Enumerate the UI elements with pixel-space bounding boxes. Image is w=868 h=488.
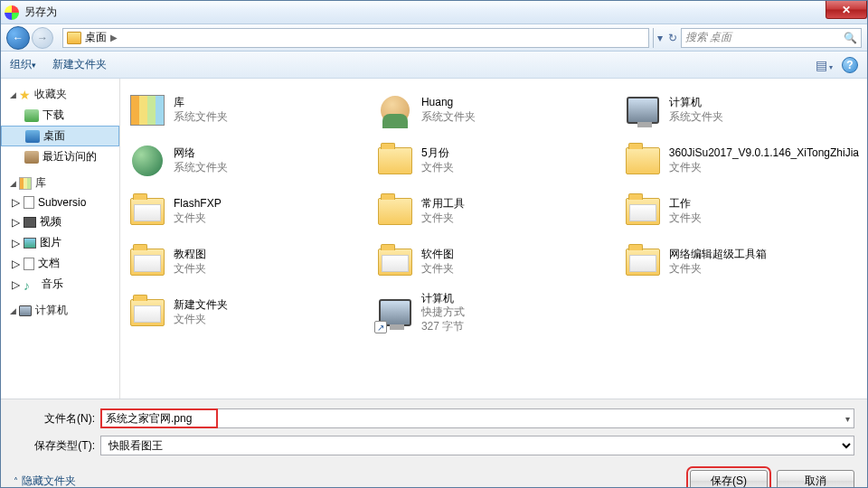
file-subtitle: 文件夹 [174, 211, 222, 226]
tree-group-库[interactable]: ◢库 [1, 173, 119, 193]
breadcrumb-segment[interactable]: 桌面 [85, 30, 107, 45]
file-subtitle: 文件夹 [421, 161, 454, 175]
file-item[interactable]: 教程图文件夹 [126, 238, 366, 286]
file-subtitle: 文件夹 [421, 262, 454, 277]
filename-input-ext[interactable]: ▾ [218, 408, 854, 428]
file-subtitle: 系统文件夹 [421, 110, 476, 125]
file-item[interactable]: 工作文件夹 [621, 187, 862, 236]
tree-item-桌面[interactable]: 桌面 [1, 126, 119, 146]
dialog-body: ◢★收藏夹下载桌面最近访问的◢库▷Subversio▷视频▷图片▷文档▷♪音乐◢… [1, 79, 867, 399]
file-item[interactable]: 计算机系统文件夹 [621, 86, 862, 135]
file-subtitle: 文件夹 [421, 211, 465, 226]
file-subtitle: 文件夹 [669, 161, 859, 175]
file-item[interactable]: 库系统文件夹 [126, 86, 366, 135]
folder-icon [67, 32, 81, 44]
file-name: 网络 [174, 146, 228, 161]
view-mode-button[interactable]: ▤ ▾ [816, 58, 833, 72]
file-subtitle: 文件夹 [174, 313, 228, 327]
tree-item-视频[interactable]: ▷视频 [1, 211, 119, 232]
history-dropdown-icon[interactable]: ▾ [657, 32, 663, 44]
tree-item-文档[interactable]: ▷文档 [1, 253, 119, 274]
file-item[interactable]: 网络系统文件夹 [126, 136, 366, 185]
save-button[interactable]: 保存(S) [690, 470, 768, 488]
search-input[interactable]: 搜索 桌面 🔍 [681, 28, 862, 48]
search-placeholder: 搜索 桌面 [685, 30, 731, 45]
file-name: 360JiSu2017_V9.0.1.146_XiTongZhiJia [669, 146, 859, 161]
file-name: 网络编辑超级工具箱 [669, 248, 767, 262]
dropdown-icon[interactable]: ▾ [845, 414, 850, 424]
file-name: 计算机 [421, 292, 465, 306]
file-name: 5月份 [421, 146, 454, 161]
file-subtitle: 文件夹 [669, 211, 702, 226]
filename-input[interactable] [100, 408, 218, 428]
tree-item-Subversio[interactable]: ▷Subversio [1, 193, 119, 211]
bottom-panel: 文件名(N): ▾ 保存类型(T): 快眼看图王 ˄ 隐藏文件夹 保存(S) 取… [1, 399, 867, 488]
organize-button[interactable]: 组织 [10, 57, 36, 72]
app-icon [5, 5, 19, 20]
file-subtitle: 系统文件夹 [174, 110, 228, 125]
refresh-icon[interactable]: ↻ [668, 32, 677, 44]
new-folder-button[interactable]: 新建文件夹 [52, 57, 107, 72]
nav-bar: ← → 桌面 ▶ ▾ ↻ 搜索 桌面 🔍 [1, 24, 867, 52]
nav-back-button[interactable]: ← [6, 26, 30, 50]
chevron-up-icon: ˄ [14, 476, 18, 486]
file-subtitle: 文件夹 [669, 262, 767, 277]
breadcrumb-controls: ▾ ↻ [653, 28, 681, 48]
tree-item-下载[interactable]: 下载 [1, 105, 119, 126]
close-button[interactable]: ✕ [826, 1, 867, 19]
chevron-right-icon[interactable]: ▶ [110, 33, 118, 42]
hide-folders-toggle[interactable]: ˄ 隐藏文件夹 [14, 474, 76, 489]
file-name: 库 [174, 96, 228, 110]
file-subtitle: 系统文件夹 [669, 110, 723, 125]
tree-item-图片[interactable]: ▷图片 [1, 232, 119, 253]
file-item[interactable]: 网络编辑超级工具箱文件夹 [621, 238, 862, 286]
navigation-tree[interactable]: ◢★收藏夹下载桌面最近访问的◢库▷Subversio▷视频▷图片▷文档▷♪音乐◢… [1, 79, 120, 399]
breadcrumb[interactable]: 桌面 ▶ [62, 28, 649, 48]
file-list[interactable]: 库系统文件夹Huang系统文件夹计算机系统文件夹网络系统文件夹5月份文件夹360… [120, 79, 867, 399]
file-item[interactable]: ↗计算机快捷方式327 字节 [373, 288, 614, 337]
file-item[interactable]: 新建文件夹文件夹 [126, 288, 366, 337]
file-name: 软件图 [421, 248, 454, 262]
file-subtitle: 文件夹 [174, 262, 206, 277]
nav-forward-button: → [32, 27, 53, 49]
file-name: FlashFXP [174, 197, 222, 211]
tree-group-收藏夹[interactable]: ◢★收藏夹 [1, 84, 119, 105]
save-type-label: 保存类型(T): [14, 438, 95, 454]
cancel-button[interactable]: 取消 [777, 470, 854, 488]
file-item[interactable]: FlashFXP文件夹 [126, 187, 366, 236]
tree-item-最近访问的[interactable]: 最近访问的 [1, 146, 119, 167]
title-bar: 另存为 ✕ [1, 1, 867, 24]
toolbar: 组织 新建文件夹 ▤ ▾ ? [1, 52, 867, 79]
file-subtitle: 快捷方式 [421, 305, 465, 320]
file-name: 计算机 [669, 96, 723, 110]
file-name: 常用工具 [421, 197, 465, 211]
tree-item-音乐[interactable]: ▷♪音乐 [1, 274, 119, 295]
save-type-select[interactable]: 快眼看图王 [100, 436, 854, 455]
help-icon[interactable]: ? [842, 57, 858, 73]
file-item[interactable]: 软件图文件夹 [373, 238, 614, 286]
file-subtitle: 系统文件夹 [174, 161, 228, 175]
file-item[interactable]: 常用工具文件夹 [373, 187, 614, 236]
search-icon[interactable]: 🔍 [844, 32, 857, 44]
file-name: 教程图 [174, 248, 206, 262]
tree-group-计算机[interactable]: ◢计算机 [1, 300, 119, 321]
window-title: 另存为 [24, 5, 57, 20]
filename-label: 文件名(N): [14, 411, 95, 427]
file-item[interactable]: Huang系统文件夹 [373, 86, 614, 135]
file-name: 工作 [669, 197, 702, 211]
file-item[interactable]: 360JiSu2017_V9.0.1.146_XiTongZhiJia文件夹 [621, 136, 862, 185]
file-name: Huang [421, 96, 476, 110]
file-name: 新建文件夹 [174, 298, 228, 313]
file-item[interactable]: 5月份文件夹 [373, 136, 614, 185]
